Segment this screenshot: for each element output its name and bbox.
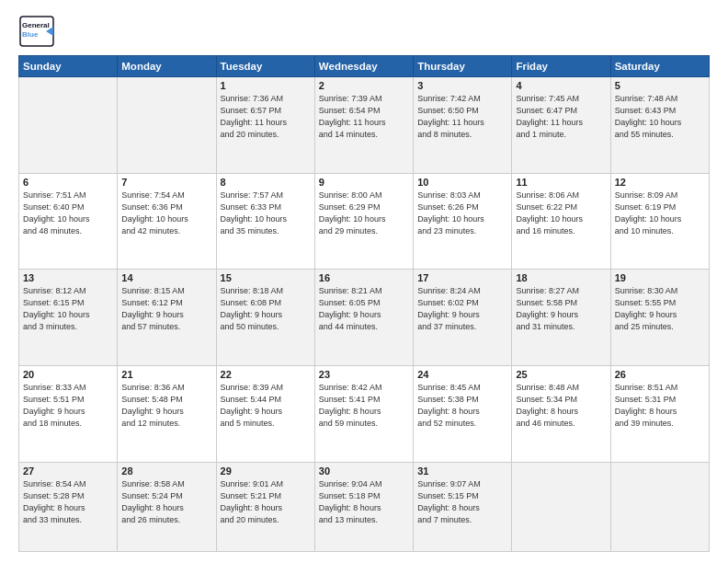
day-number: 6 [23,177,113,188]
calendar-cell: 20Sunrise: 8:33 AM Sunset: 5:51 PM Dayli… [19,365,118,462]
calendar-cell: 26Sunrise: 8:51 AM Sunset: 5:31 PM Dayli… [610,365,709,462]
calendar-cell: 29Sunrise: 9:01 AM Sunset: 5:21 PM Dayli… [216,462,314,551]
day-detail: Sunrise: 8:51 AM Sunset: 5:31 PM Dayligh… [615,382,705,430]
day-number: 25 [516,369,606,380]
day-detail: Sunrise: 8:06 AM Sunset: 6:22 PM Dayligh… [516,190,606,237]
day-number: 23 [319,369,409,380]
day-number: 3 [417,80,507,91]
day-detail: Sunrise: 7:51 AM Sunset: 6:40 PM Dayligh… [23,190,113,237]
day-number: 5 [615,80,705,91]
calendar-cell: 13Sunrise: 8:12 AM Sunset: 6:15 PM Dayli… [19,270,118,366]
day-number: 4 [516,80,606,91]
calendar-cell: 23Sunrise: 8:42 AM Sunset: 5:41 PM Dayli… [314,365,413,462]
calendar-cell: 9Sunrise: 8:00 AM Sunset: 6:29 PM Daylig… [314,173,413,270]
calendar-cell: 25Sunrise: 8:48 AM Sunset: 5:34 PM Dayli… [512,365,610,462]
day-detail: Sunrise: 8:48 AM Sunset: 5:34 PM Dayligh… [516,382,606,430]
day-number: 21 [121,369,211,380]
day-detail: Sunrise: 8:03 AM Sunset: 6:26 PM Dayligh… [417,190,507,237]
calendar-cell: 17Sunrise: 8:24 AM Sunset: 6:02 PM Dayli… [414,270,512,366]
day-detail: Sunrise: 8:00 AM Sunset: 6:29 PM Dayligh… [319,190,409,237]
day-detail: Sunrise: 8:54 AM Sunset: 5:28 PM Dayligh… [23,478,113,526]
calendar-week-row: 1Sunrise: 7:36 AM Sunset: 6:57 PM Daylig… [19,77,710,174]
calendar-cell: 19Sunrise: 8:30 AM Sunset: 5:55 PM Dayli… [610,270,709,366]
calendar-cell: 8Sunrise: 7:57 AM Sunset: 6:33 PM Daylig… [216,173,314,270]
day-number: 15 [221,272,311,283]
calendar-header-tuesday: Tuesday [216,56,314,77]
calendar-cell: 3Sunrise: 7:42 AM Sunset: 6:50 PM Daylig… [414,77,512,174]
calendar-week-row: 13Sunrise: 8:12 AM Sunset: 6:15 PM Dayli… [19,270,710,366]
day-number: 7 [121,177,211,188]
day-number: 27 [23,465,113,477]
day-number: 29 [221,465,311,477]
day-number: 31 [417,465,507,477]
calendar-cell: 4Sunrise: 7:45 AM Sunset: 6:47 PM Daylig… [512,77,610,174]
calendar-header-sunday: Sunday [19,56,118,77]
calendar-cell: 22Sunrise: 8:39 AM Sunset: 5:44 PM Dayli… [216,365,314,462]
day-detail: Sunrise: 8:39 AM Sunset: 5:44 PM Dayligh… [221,382,311,430]
calendar-cell: 21Sunrise: 8:36 AM Sunset: 5:48 PM Dayli… [118,365,216,462]
day-detail: Sunrise: 9:04 AM Sunset: 5:18 PM Dayligh… [319,478,409,526]
header: General Blue [18,15,710,48]
day-number: 8 [221,177,311,188]
day-detail: Sunrise: 9:01 AM Sunset: 5:21 PM Dayligh… [221,478,311,526]
calendar-cell [19,77,118,174]
day-detail: Sunrise: 8:42 AM Sunset: 5:41 PM Dayligh… [319,382,409,430]
day-detail: Sunrise: 8:21 AM Sunset: 6:05 PM Dayligh… [319,285,409,333]
calendar-cell: 15Sunrise: 8:18 AM Sunset: 6:08 PM Dayli… [216,270,314,366]
day-detail: Sunrise: 7:45 AM Sunset: 6:47 PM Dayligh… [516,93,606,141]
calendar-cell: 10Sunrise: 8:03 AM Sunset: 6:26 PM Dayli… [414,173,512,270]
calendar-header-row: SundayMondayTuesdayWednesdayThursdayFrid… [19,56,710,77]
day-detail: Sunrise: 9:07 AM Sunset: 5:15 PM Dayligh… [417,478,507,526]
day-number: 18 [516,272,606,283]
calendar-cell [512,462,610,551]
day-number: 14 [121,272,211,283]
calendar-header-saturday: Saturday [610,56,709,77]
calendar-header-friday: Friday [512,56,610,77]
day-detail: Sunrise: 7:39 AM Sunset: 6:54 PM Dayligh… [319,93,409,141]
calendar-week-row: 6Sunrise: 7:51 AM Sunset: 6:40 PM Daylig… [19,173,710,270]
day-number: 26 [615,369,705,380]
day-detail: Sunrise: 8:33 AM Sunset: 5:51 PM Dayligh… [23,382,113,430]
day-detail: Sunrise: 8:09 AM Sunset: 6:19 PM Dayligh… [615,190,705,237]
calendar-week-row: 20Sunrise: 8:33 AM Sunset: 5:51 PM Dayli… [19,365,710,462]
calendar-header-monday: Monday [118,56,216,77]
calendar-week-row: 27Sunrise: 8:54 AM Sunset: 5:28 PM Dayli… [19,462,710,551]
day-detail: Sunrise: 8:45 AM Sunset: 5:38 PM Dayligh… [417,382,507,430]
calendar-cell: 5Sunrise: 7:48 AM Sunset: 6:43 PM Daylig… [610,77,709,174]
day-detail: Sunrise: 8:12 AM Sunset: 6:15 PM Dayligh… [23,285,113,333]
svg-text:General: General [22,21,50,29]
calendar-cell: 30Sunrise: 9:04 AM Sunset: 5:18 PM Dayli… [314,462,413,551]
calendar-table: SundayMondayTuesdayWednesdayThursdayFrid… [18,55,710,552]
day-number: 13 [23,272,113,283]
page: General Blue SundayMondayTuesdayWednesda… [0,0,728,563]
calendar-header-thursday: Thursday [414,56,512,77]
calendar-cell: 27Sunrise: 8:54 AM Sunset: 5:28 PM Dayli… [19,462,118,551]
calendar-cell: 7Sunrise: 7:54 AM Sunset: 6:36 PM Daylig… [118,173,216,270]
day-number: 12 [615,177,705,188]
day-number: 28 [121,465,211,477]
calendar-cell: 16Sunrise: 8:21 AM Sunset: 6:05 PM Dayli… [314,270,413,366]
logo-icon: General Blue [18,15,55,48]
day-detail: Sunrise: 8:30 AM Sunset: 5:55 PM Dayligh… [615,285,705,333]
day-number: 11 [516,177,606,188]
calendar-header-wednesday: Wednesday [314,56,413,77]
day-number: 20 [23,369,113,380]
day-detail: Sunrise: 8:36 AM Sunset: 5:48 PM Dayligh… [121,382,211,430]
calendar-cell: 31Sunrise: 9:07 AM Sunset: 5:15 PM Dayli… [414,462,512,551]
day-detail: Sunrise: 7:57 AM Sunset: 6:33 PM Dayligh… [221,190,311,237]
day-number: 10 [417,177,507,188]
logo: General Blue [18,15,55,48]
calendar-cell: 14Sunrise: 8:15 AM Sunset: 6:12 PM Dayli… [118,270,216,366]
day-number: 22 [221,369,311,380]
day-number: 30 [319,465,409,477]
day-detail: Sunrise: 8:24 AM Sunset: 6:02 PM Dayligh… [417,285,507,333]
calendar-cell: 2Sunrise: 7:39 AM Sunset: 6:54 PM Daylig… [314,77,413,174]
calendar-cell: 28Sunrise: 8:58 AM Sunset: 5:24 PM Dayli… [118,462,216,551]
calendar-cell [118,77,216,174]
day-number: 16 [319,272,409,283]
calendar-cell: 11Sunrise: 8:06 AM Sunset: 6:22 PM Dayli… [512,173,610,270]
day-detail: Sunrise: 7:48 AM Sunset: 6:43 PM Dayligh… [615,93,705,141]
day-number: 2 [319,80,409,91]
svg-text:Blue: Blue [22,30,39,39]
day-number: 9 [319,177,409,188]
